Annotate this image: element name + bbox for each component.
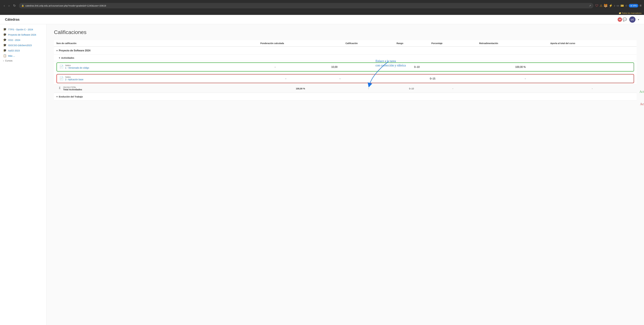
main-area: 🎓 TTPS - Opción C - 2024 🎓 Proyecto de S… [0, 24, 644, 325]
list-icon: 📋 [3, 54, 6, 58]
header-actions: 68 💬 LC ▾ [618, 17, 639, 23]
sync-icon[interactable]: ⚡ [609, 4, 613, 8]
folder-icon: 📁 [619, 12, 621, 14]
graded-porcentaje: 100,00 % [456, 63, 584, 71]
section-evolucion-cell: ▾ Evolución del Trabajo [54, 93, 636, 101]
notification-badge[interactable]: 68 [618, 17, 622, 22]
browser-chrome: ‹ › ↻ 🔒 catedras.linti.unlp.edu.ar/cours… [0, 0, 644, 11]
total-label-group: CÁLCULO TOTAL Total Actividades [63, 87, 82, 91]
browser-actions: 🛡 ⚠ 🐯 ⚡ ♪ ▭ 💳 ☆ ⊕ VPN ≡ [595, 4, 642, 8]
section-evolucion: ▾ Evolución del Trabajo [54, 93, 636, 101]
total-ponderacion: 100,00 % [258, 85, 343, 93]
total-actividades-row: Σ CÁLCULO TOTAL Total Actividades 100,00… [54, 85, 636, 93]
subsection-actividades: ▾ Actividades [54, 55, 636, 61]
th-ponderacion: Ponderación calculada [258, 40, 343, 47]
brave-alert-icon[interactable]: ⚠ [600, 4, 602, 8]
table-row: 📄 TAREA 1 - Versionado de código [54, 61, 636, 73]
brave-shield-icon[interactable]: 🛡 [595, 4, 598, 8]
sidebar-item-oo2[interactable]: 🎓 OO2 - 2024 [0, 37, 46, 43]
total-porcentaje: - [429, 85, 477, 93]
sidebar-item-label-proyecto: Proyecto de Software 2024 [8, 33, 36, 36]
graded-activity-row: 📄 TAREA 1 - Versionado de código [57, 63, 634, 71]
user-initials: LC [631, 18, 634, 21]
sidebar-section-cursos[interactable]: › Cursos [0, 58, 46, 63]
site-title: Cátedras [5, 18, 20, 22]
th-rango: Rango [394, 40, 429, 47]
task-icon-1: 📄 [60, 65, 64, 69]
sidebar-item-mas[interactable]: 📋 Más ... [0, 53, 46, 58]
graded-rango: 0–10 [377, 63, 456, 71]
bookmarks-folder[interactable]: 📁 Todos los marcadores [619, 12, 642, 14]
ungraded-rango: 0–15 [367, 75, 498, 83]
graded-activity-info: TAREA 1 - Versionado de código [65, 65, 89, 69]
total-rango: 0–10 [394, 85, 429, 93]
chevron-down-icon-ev: ▾ [56, 96, 58, 98]
ungraded-activity-inner: 📄 TAREA 2 - Aplicación base [60, 76, 256, 81]
music-icon[interactable]: ♪ [614, 4, 615, 7]
site-header: Cátedras 68 💬 LC ▾ [0, 15, 644, 24]
sidebar-item-proyecto[interactable]: 🎓 Proyecto de Software 2024 [0, 32, 46, 37]
green-annotation: Actividad calificada [639, 90, 644, 93]
address-bar[interactable]: 🔒 catedras.linti.unlp.edu.ar/course/user… [19, 3, 593, 8]
sidebar-item-isocso[interactable]: 🎓 ISOCSO-2doSem2023 [0, 43, 46, 48]
total-type-label: CÁLCULO TOTAL [63, 87, 82, 88]
nav-buttons: ‹ › ↻ [2, 3, 17, 8]
grades-table: Ítem de calificación Ponderación calcula… [54, 40, 636, 101]
star-icon[interactable]: ☆ [625, 4, 628, 7]
content-area[interactable]: Calificaciones Ítem de calificación Pond… [46, 24, 644, 325]
total-retro [477, 85, 548, 93]
th-retroalimentacion: Retroalimentación [477, 40, 548, 47]
ungraded-activity-info: TAREA 2 - Aplicación base [65, 76, 84, 81]
menu-icon[interactable]: ≡ [640, 4, 642, 8]
graded-activity-inner: 📄 TAREA 1 - Versionado de código [60, 65, 256, 69]
chat-icon[interactable]: 💬 [622, 18, 627, 22]
extensions-icon[interactable]: 🐯 [604, 4, 608, 8]
reload-button[interactable]: ↻ [12, 3, 17, 8]
ungraded-activity-table: 📄 TAREA 2 - Aplicación base [57, 75, 634, 83]
table-header-row: Ítem de calificación Ponderación calcula… [54, 40, 636, 47]
bookmarks-bar: 📁 Todos los marcadores [0, 11, 644, 15]
graded-activity-link[interactable]: 1 - Versionado de código [65, 67, 89, 69]
forward-button[interactable]: › [7, 3, 11, 8]
total-calificacion: - [343, 85, 394, 93]
vpn-button[interactable]: ⊕ VPN [629, 4, 638, 8]
graduation-icon-5: 🎓 [3, 49, 6, 52]
ungraded-activity-link[interactable]: 2 - Aplicación base [65, 78, 84, 81]
sidebar-item-ayed[interactable]: 🎓 AyED 2023 [0, 48, 46, 53]
graduation-icon-4: 🎓 [3, 44, 6, 47]
sidebar-item-ttps[interactable]: 🎓 TTPS - Opción C - 2024 [0, 27, 46, 32]
sidebar-section-label-cursos: Cursos [5, 59, 12, 62]
chevron-down-icon: ▾ [56, 49, 58, 52]
sidebar-item-label-oo2: OO2 - 2024 [8, 39, 20, 41]
task-icon-2: 📄 [60, 76, 64, 80]
total-aporta: - [548, 85, 636, 93]
user-avatar[interactable]: LC [629, 17, 636, 23]
graded-calificacion: 10,00 [292, 63, 377, 71]
ungraded-activity-type: TAREA [65, 76, 84, 78]
wallet-icon[interactable]: 💳 [620, 4, 624, 7]
red-annotation-text: Actividad sin calificar [640, 102, 644, 106]
graded-activity-table: 📄 TAREA 1 - Versionado de código [57, 63, 634, 71]
th-item: Ítem de calificación [54, 40, 258, 47]
sidebar-item-label-isocso: ISOCSO-2doSem2023 [8, 44, 32, 47]
section-proyecto-cell: ▾ Proyecto de Software 2024 [54, 47, 636, 55]
graded-activity-type: TAREA [65, 65, 89, 67]
table-row: 📄 TAREA 2 - Aplicación base [54, 73, 636, 85]
user-menu-chevron[interactable]: ▾ [638, 18, 639, 21]
sidebar: 🎓 TTPS - Opción C - 2024 🎓 Proyecto de S… [0, 24, 46, 325]
total-item: Σ CÁLCULO TOTAL Total Actividades [54, 85, 258, 93]
ungraded-activity-wrapper: 📄 TAREA 2 - Aplicación base [56, 74, 634, 83]
subsection-actividades-name: Actividades [61, 57, 74, 59]
ungraded-calificacion: - [313, 75, 367, 83]
graded-retro [584, 63, 609, 71]
ungraded-aporta [593, 75, 634, 83]
graduation-icon-2: 🎓 [3, 33, 6, 36]
grades-section: Ítem de calificación Ponderación calcula… [54, 40, 636, 101]
graded-ponderacion: - [259, 63, 292, 71]
chevron-right-icon: › [3, 59, 4, 62]
window-icon[interactable]: ▭ [616, 4, 619, 7]
back-button[interactable]: ‹ [2, 3, 6, 8]
th-porcentaje: Porcentaje [429, 40, 477, 47]
notification-count: 68 [619, 18, 621, 21]
sidebar-item-label-mas: Más ... [8, 55, 15, 57]
